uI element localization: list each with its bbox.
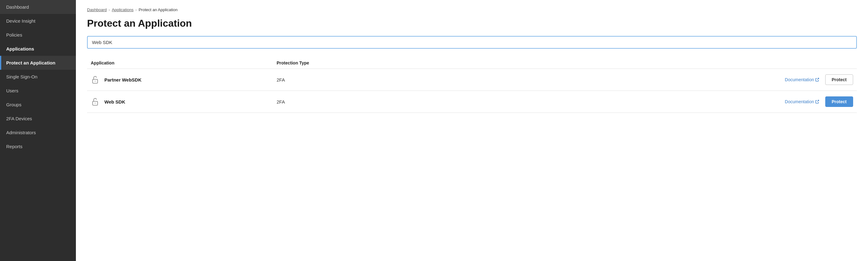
breadcrumb-protect-crumb: Protect an Application (138, 7, 178, 12)
breadcrumb-applications-crumb[interactable]: Applications (112, 7, 133, 12)
sidebar-item-reports[interactable]: Reports (0, 140, 76, 153)
protection-type-web-sdk: 2FA (277, 99, 785, 105)
sidebar-item-dashboard[interactable]: Dashboard (0, 0, 76, 14)
page-title: Protect an Application (87, 18, 857, 29)
table-row: Web SDK2FADocumentation Protect (87, 91, 857, 113)
sidebar-item-applications[interactable]: Applications (0, 42, 76, 56)
sidebar-item-2fa-devices[interactable]: 2FA Devices (0, 112, 76, 125)
sidebar-item-policies[interactable]: Policies (0, 28, 76, 42)
protection-type-partner-websdk: 2FA (277, 77, 785, 83)
main-content: Dashboard›Applications›Protect an Applic… (76, 0, 868, 261)
app-cell-partner-websdk: Partner WebSDK (91, 75, 277, 84)
sidebar-item-device-insight[interactable]: Device Insight (0, 14, 76, 28)
breadcrumb-sep-2: › (135, 7, 136, 12)
app-cell-web-sdk: Web SDK (91, 97, 277, 106)
sidebar-item-protect-an-application[interactable]: Protect an Application (0, 56, 76, 70)
table-row: Partner WebSDK2FADocumentation Protect (87, 69, 857, 91)
sidebar: DashboardDevice InsightPoliciesApplicati… (0, 0, 76, 261)
external-link-icon (815, 78, 819, 82)
col-application: Application (91, 60, 277, 65)
breadcrumb-sep-1: › (109, 7, 110, 12)
documentation-link-web-sdk[interactable]: Documentation (785, 99, 819, 104)
lock-icon (91, 97, 99, 106)
protect-button-partner-websdk[interactable]: Protect (825, 75, 853, 85)
col-protection-type: Protection Type (277, 60, 853, 65)
breadcrumb-dashboard-crumb[interactable]: Dashboard (87, 7, 107, 12)
svg-point-4 (95, 103, 95, 104)
breadcrumb: Dashboard›Applications›Protect an Applic… (87, 7, 857, 12)
lock-icon (91, 75, 99, 84)
table-header: Application Protection Type (87, 57, 857, 69)
sidebar-item-groups[interactable]: Groups (0, 98, 76, 112)
documentation-link-partner-websdk[interactable]: Documentation (785, 77, 819, 82)
sidebar-item-administrators[interactable]: Administrators (0, 125, 76, 140)
external-link-icon (815, 100, 819, 104)
svg-point-1 (95, 81, 95, 82)
search-input[interactable] (87, 36, 857, 49)
sidebar-item-single-sign-on[interactable]: Single Sign-On (0, 70, 76, 84)
sidebar-item-users[interactable]: Users (0, 84, 76, 98)
app-name-web-sdk: Web SDK (104, 99, 125, 105)
table-body: Partner WebSDK2FADocumentation Protect W… (87, 69, 857, 113)
protect-button-web-sdk[interactable]: Protect (825, 96, 853, 107)
app-name-partner-websdk: Partner WebSDK (104, 77, 142, 83)
